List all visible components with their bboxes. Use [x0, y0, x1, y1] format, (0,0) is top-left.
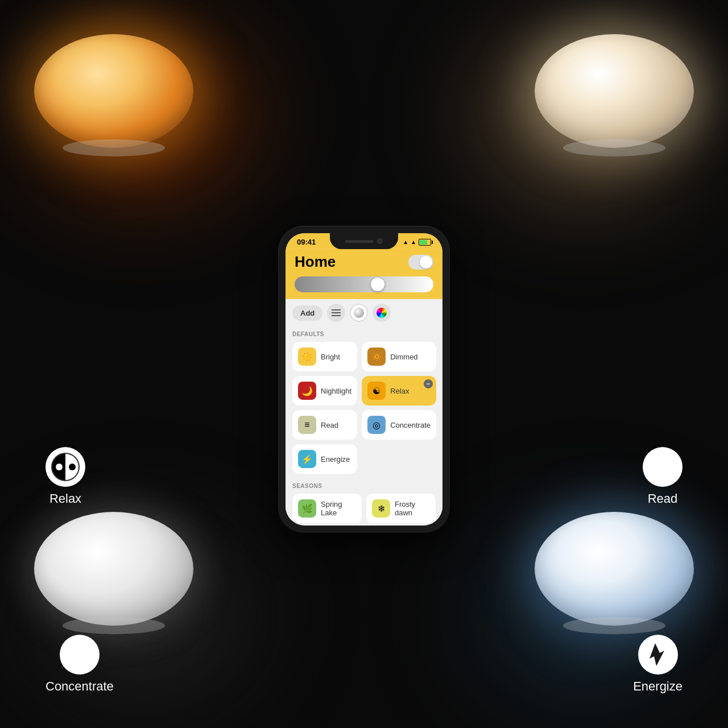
- relax-icon: [51, 453, 80, 481]
- energize-scene-label: Energize: [321, 454, 350, 463]
- bright-label: Bright: [321, 352, 340, 361]
- label-read: Read: [643, 447, 682, 506]
- seasons-title: SEASONS: [292, 483, 436, 489]
- scene-read[interactable]: ≡ Read: [292, 410, 357, 440]
- dimmed-label: Dimmed: [390, 352, 417, 361]
- concentrate-ring-3: [75, 650, 84, 659]
- relax-label-text: Relax: [49, 491, 81, 506]
- seasons-section: SEASONS 🌿 Spring Lake ❄ Frosty dawn: [286, 478, 442, 526]
- list-icon-btn[interactable]: [327, 304, 345, 322]
- lamp-concentrate: [34, 512, 193, 626]
- lamp-relax: [34, 34, 193, 148]
- relax-icon-circle: [46, 447, 85, 487]
- app-title: Home: [295, 253, 336, 271]
- lamp-concentrate-base: [63, 617, 165, 634]
- label-relax: Relax: [46, 447, 85, 506]
- concentrate-scene-label: Concentrate: [390, 420, 431, 429]
- defaults-title: DEFAULTS: [292, 331, 436, 337]
- read-icon: [648, 453, 677, 481]
- phone-notch: [330, 233, 398, 249]
- relax-scene-icon: ☯: [367, 382, 386, 400]
- app-controls: Add: [286, 299, 442, 326]
- seasons-grid: 🌿 Spring Lake ❄ Frosty dawn: [292, 494, 436, 523]
- read-label-text: Read: [648, 491, 678, 506]
- read-icon-circle: [643, 447, 682, 487]
- frosty-icon: ❄: [372, 499, 390, 518]
- concentrate-icon-circle: [60, 635, 100, 675]
- scene-icon-btn[interactable]: [350, 304, 368, 322]
- lamp-energize: [535, 512, 694, 626]
- lamp-concentrate-body: [34, 512, 193, 626]
- concentrate-scene-icon: ◎: [367, 416, 386, 434]
- scene-spring-lake[interactable]: 🌿 Spring Lake: [292, 494, 362, 523]
- lamp-relax-base: [63, 139, 165, 156]
- brightness-slider[interactable]: [295, 276, 433, 292]
- defaults-grid: ☀️ Bright 🔅 Dimmed 🌙 Nightlight: [292, 342, 436, 474]
- add-button[interactable]: Add: [292, 305, 322, 320]
- color-icon-btn[interactable]: [373, 304, 391, 322]
- status-time: 09:41: [297, 238, 316, 246]
- lamp-relax-body: [34, 34, 193, 148]
- frosty-label: Frosty dawn: [395, 500, 430, 517]
- app-title-row: Home: [295, 253, 433, 271]
- read-line-2: [652, 466, 673, 468]
- read-scene-icon: ≡: [298, 416, 316, 434]
- read-line-3: [652, 471, 673, 473]
- energize-scene-icon: ⚡: [298, 450, 316, 468]
- read-scene-label: Read: [321, 420, 338, 429]
- phone: 09:41 ▲ ▲ Home: [279, 226, 449, 532]
- scene-concentrate[interactable]: ◎ Concentrate: [362, 410, 436, 440]
- edit-dot[interactable]: [424, 379, 433, 388]
- spring-label: Spring Lake: [321, 500, 356, 517]
- label-energize: Energize: [633, 635, 682, 694]
- dimmed-icon: 🔅: [367, 348, 386, 366]
- lamp-energize-base: [563, 617, 665, 634]
- defaults-section: DEFAULTS ☀️ Bright 🔅 Dimmed 🌙: [286, 326, 442, 478]
- nightlight-label: Nightlight: [321, 386, 351, 395]
- spring-icon: 🌿: [298, 499, 316, 518]
- lamp-read-body: [535, 34, 694, 148]
- scene-nightlight[interactable]: 🌙 Nightlight: [292, 376, 357, 406]
- notch-camera: [377, 238, 383, 244]
- signal-icon: ▲: [403, 239, 408, 245]
- nightlight-icon: 🌙: [298, 382, 316, 400]
- lamp-read: [535, 34, 694, 148]
- lamp-energize-body: [535, 512, 694, 626]
- phone-container: 09:41 ▲ ▲ Home: [279, 226, 449, 532]
- scene-relax[interactable]: ☯ Relax: [362, 376, 436, 406]
- app-header: Home: [286, 249, 442, 299]
- battery-fill: [420, 239, 427, 244]
- battery: [419, 238, 431, 245]
- slider-thumb: [371, 278, 384, 291]
- scene-dimmed[interactable]: 🔅 Dimmed: [362, 342, 436, 371]
- toggle-knob: [420, 255, 432, 268]
- label-concentrate: Concentrate: [46, 635, 114, 694]
- bright-icon: ☀️: [298, 348, 316, 366]
- scene-energize[interactable]: ⚡ Energize: [292, 444, 357, 474]
- concentrate-icon: [65, 640, 94, 669]
- phone-screen: 09:41 ▲ ▲ Home: [286, 233, 442, 526]
- list-icon: [332, 309, 341, 316]
- concentrate-label-text: Concentrate: [46, 679, 114, 694]
- lamp-read-base: [563, 139, 665, 156]
- energize-icon-circle: [638, 635, 678, 675]
- relax-scene-label: Relax: [390, 386, 409, 395]
- energize-label-text: Energize: [633, 679, 682, 694]
- status-icons: ▲ ▲: [403, 238, 431, 245]
- energize-icon: [644, 640, 672, 669]
- wifi-icon: ▲: [411, 239, 416, 245]
- home-toggle[interactable]: [408, 254, 433, 269]
- notch-speaker: [345, 239, 374, 242]
- scene-frosty-dawn[interactable]: ❄ Frosty dawn: [366, 494, 436, 523]
- read-line-1: [652, 461, 673, 463]
- scene-bright[interactable]: ☀️ Bright: [292, 342, 357, 371]
